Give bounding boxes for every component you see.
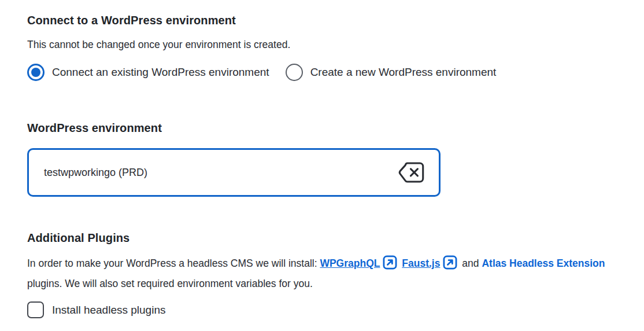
- radio-label-new[interactable]: Create a new WordPress environment: [310, 66, 497, 79]
- plugins-section-title: Additional Plugins: [27, 231, 644, 244]
- radio-option-existing-environment[interactable]: Connect an existing WordPress environmen…: [27, 64, 269, 81]
- wpgraphql-link[interactable]: WPGraphQL: [320, 258, 380, 269]
- conjunction-text: and: [462, 258, 479, 269]
- radio-button-new[interactable]: [286, 64, 303, 81]
- backspace-clear-icon[interactable]: [397, 161, 425, 184]
- connect-wordpress-form: Connect to a WordPress environment This …: [0, 0, 644, 331]
- environment-selected-value: testwpworkingo (PRD): [44, 167, 147, 179]
- external-link-icon[interactable]: [442, 255, 458, 270]
- radio-label-existing[interactable]: Connect an existing WordPress environmen…: [52, 66, 269, 79]
- environment-field-label: WordPress environment: [27, 122, 644, 134]
- install-plugins-option[interactable]: Install headless plugins: [27, 301, 644, 318]
- clear-selection-button[interactable]: [397, 161, 425, 184]
- environment-mode-radio-group: Connect an existing WordPress environmen…: [27, 64, 644, 81]
- connect-section-subtitle: This cannot be changed once your environ…: [27, 38, 644, 51]
- radio-button-existing[interactable]: [27, 64, 45, 81]
- plugins-description: In order to make your WordPress a headle…: [27, 253, 611, 294]
- install-plugins-checkbox[interactable]: [27, 301, 44, 318]
- faustjs-link[interactable]: Faust.js: [402, 258, 440, 269]
- environment-select[interactable]: testwpworkingo (PRD): [27, 148, 441, 197]
- install-plugins-label[interactable]: Install headless plugins: [52, 304, 165, 317]
- connect-section-title: Connect to a WordPress environment: [27, 14, 644, 27]
- plugins-intro-text: In order to make your WordPress a headle…: [27, 258, 317, 269]
- plugins-outro-text: plugins. We will also set required envir…: [27, 278, 313, 289]
- atlas-headless-extension-text: Atlas Headless Extension: [482, 258, 605, 269]
- radio-option-new-environment[interactable]: Create a new WordPress environment: [286, 64, 497, 81]
- external-link-icon[interactable]: [382, 255, 398, 270]
